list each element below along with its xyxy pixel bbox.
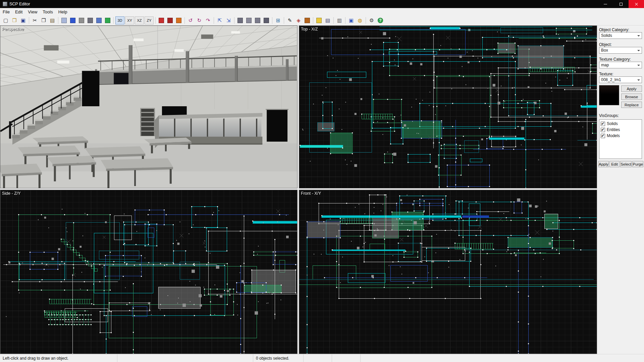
cut-icon[interactable]: ✂ [31,16,39,24]
viewport-side[interactable]: Side - Z/Y [0,190,298,354]
minimize-button[interactable] [598,0,613,8]
open-folder-icon[interactable]: ❒ [10,16,18,24]
menu-help[interactable]: Help [56,8,70,15]
view-3d-button[interactable]: 3D [115,16,124,24]
toolbar-separator [113,17,114,24]
hollow-icon[interactable] [262,16,270,24]
perspective-canvas[interactable] [0,26,297,188]
eraser-tool-icon[interactable]: ◈ [294,16,303,24]
visgroups-select-button[interactable]: Select [620,161,632,167]
close-button[interactable] [629,0,644,8]
screen-icon[interactable]: ▣ [347,16,355,24]
shaded-view-icon[interactable] [86,16,94,24]
new-file-icon[interactable]: ▢ [2,16,10,24]
textured-view-icon[interactable] [95,16,103,24]
visgroup-solids-label: Solids [607,121,618,126]
texture-browse-icon[interactable] [175,16,183,24]
group-icon[interactable] [245,16,253,24]
texture-apply-button[interactable]: Apply [621,85,642,92]
flat-shade-view-icon[interactable] [77,16,86,24]
status-panel-empty [361,354,644,362]
maximize-button[interactable] [613,0,629,8]
top-view-canvas[interactable] [299,26,597,188]
object-category-select[interactable]: Solids [599,32,642,39]
new-file-icon-glyph: ▢ [3,18,8,23]
ungroup-icon[interactable] [254,16,262,24]
side-view-canvas[interactable] [0,190,297,354]
stats-view-icon[interactable] [104,16,112,24]
apply-texture-icon[interactable] [303,16,311,24]
visgroup-models[interactable]: Models [601,133,640,139]
rotate-x-icon[interactable]: ↺ [186,16,195,24]
toolbar-separator [272,17,272,24]
menu-file[interactable]: File [0,8,12,15]
scale-selection-icon[interactable]: ⇲ [224,16,232,24]
rotate-z-icon[interactable]: ↷ [204,16,212,24]
pencil-tool-icon[interactable]: ✎ [286,16,294,24]
help-icon[interactable]: ? [376,16,384,24]
view-zy-button[interactable]: ZY [145,16,154,24]
object-value: Box [601,48,608,53]
visgroups-apply-button[interactable]: Apply [598,161,609,167]
texture-browse-button[interactable]: Browse [621,94,642,100]
settings-gear-icon-glyph: ⚙ [369,18,374,23]
stats-view-icon-glyph [105,18,110,23]
visgroups-purge-button[interactable]: Purge [632,161,643,167]
flat-shade-view-icon-glyph [79,18,84,23]
visgroups-actions: Apply Edit Select Purge [598,161,643,167]
settings-gear-icon[interactable]: ⚙ [368,16,376,24]
visgroup-solids[interactable]: Solids [601,121,640,127]
texture-replace-button[interactable]: Replace [621,102,642,108]
view-xy-button[interactable]: XY [125,16,134,24]
minimize-icon [604,4,607,4]
apply-texture-icon-glyph [305,18,310,23]
entity-report-icon[interactable]: ▤ [324,16,332,24]
texture-application-icon[interactable] [157,16,165,24]
move-selection-icon[interactable]: ⇱ [216,16,224,24]
visgroups-edit-button[interactable]: Edit [609,161,620,167]
texture-lock-icon[interactable] [315,16,323,24]
texture-select[interactable]: 008_2_lm1 [599,76,642,83]
wireframe-view-icon[interactable] [60,16,68,24]
texture-browse-icon-glyph [176,18,181,23]
copy-icon[interactable]: ❐ [40,16,48,24]
object-label: Object: [599,42,612,47]
toolbar-separator [234,17,234,24]
checkbox-icon[interactable] [601,128,605,132]
menu-edit[interactable]: Edit [12,8,25,15]
save-icon[interactable]: ▣ [19,16,27,24]
view-xz-button[interactable]: XZ [135,16,144,24]
menu-view[interactable]: View [25,8,40,15]
rotate-y-icon[interactable]: ↻ [195,16,203,24]
toolbar-separator [333,17,334,24]
viewport-front[interactable]: Front - X/Y [299,190,597,354]
object-select[interactable]: Box [599,47,642,54]
checkbox-icon[interactable] [601,122,605,126]
texture-category-select[interactable]: map [599,62,642,68]
toolbar-separator [155,17,156,24]
rotate-z-icon-glyph: ↷ [206,18,210,23]
solid-view-icon[interactable] [69,16,77,24]
run-map-icon[interactable]: ▥ [335,16,343,24]
visgroup-entities[interactable]: Entities [601,127,640,133]
paste-icon[interactable]: ▤ [48,16,56,24]
entity-window-icon[interactable]: ⊞ [274,16,282,24]
visgroup-models-label: Models [607,133,620,138]
carve-icon[interactable] [236,16,244,24]
window-title: SCP Editor [9,2,30,6]
texture-value: 008_2_lm1 [601,77,621,82]
viewport-perspective[interactable]: Perspective [0,25,298,188]
menu-tools[interactable]: Tools [40,8,55,15]
toolbar-separator [29,17,29,24]
group-icon-glyph [246,18,252,23]
status-bar: Left-click and drag to draw an object. 0… [0,354,644,362]
light-icon[interactable]: ◍ [356,16,364,24]
texture-preview [599,85,619,105]
visgroups-label: VisGroups: [599,113,619,118]
front-view-canvas[interactable] [299,190,597,354]
texture-replace-icon[interactable] [166,16,174,24]
texture-lock-icon-glyph [316,18,322,23]
viewport-top[interactable]: Top - X/Z [299,25,597,188]
close-icon [635,2,638,6]
checkbox-icon[interactable] [601,134,605,138]
